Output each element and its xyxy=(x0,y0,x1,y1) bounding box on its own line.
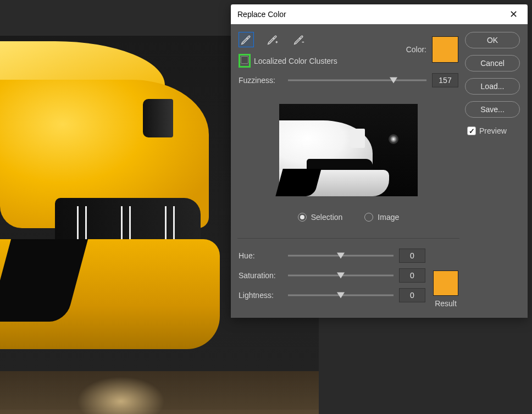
color-label: Color: xyxy=(406,45,426,54)
radio-selection[interactable]: Selection xyxy=(298,213,343,222)
radio-dot-icon xyxy=(364,213,373,222)
car-mirror xyxy=(143,99,173,137)
saturation-label: Saturation: xyxy=(239,271,282,280)
divider xyxy=(237,238,459,239)
radio-image-label: Image xyxy=(378,213,399,222)
eyedropper-add-icon[interactable] xyxy=(265,32,280,47)
lightness-slider[interactable] xyxy=(288,290,394,301)
fuzziness-slider[interactable] xyxy=(288,75,426,86)
saturation-slider[interactable] xyxy=(288,270,394,281)
eyedropper-icon[interactable] xyxy=(239,32,254,47)
preview-label: Preview xyxy=(479,126,507,135)
fuzziness-value[interactable] xyxy=(432,73,458,87)
localized-clusters-label: Localized Color Clusters xyxy=(254,57,337,65)
hue-label: Hue: xyxy=(239,251,282,260)
fuzziness-label: Fuzziness: xyxy=(239,76,282,85)
cancel-button[interactable]: Cancel xyxy=(465,55,520,71)
floor-reflection xyxy=(0,371,319,414)
eyedropper-subtract-icon[interactable] xyxy=(291,32,307,47)
ok-button[interactable]: OK xyxy=(465,32,520,48)
radio-selection-label: Selection xyxy=(311,213,343,222)
saturation-value[interactable] xyxy=(399,268,425,283)
preview-checkbox[interactable] xyxy=(467,126,476,135)
save-button[interactable]: Save... xyxy=(465,101,520,118)
hue-value[interactable] xyxy=(399,249,425,263)
result-swatch[interactable] xyxy=(433,271,458,296)
color-swatch[interactable] xyxy=(432,36,458,63)
dialog-titlebar[interactable]: Replace Color ✕ xyxy=(231,4,528,24)
lightness-value[interactable] xyxy=(399,288,425,302)
hue-slider[interactable] xyxy=(288,250,394,261)
selection-preview xyxy=(279,104,418,196)
dialog-title: Replace Color xyxy=(237,10,286,19)
result-label: Result xyxy=(435,299,457,308)
lightness-label: Lightness: xyxy=(239,291,282,300)
close-icon[interactable]: ✕ xyxy=(506,7,521,21)
replace-color-dialog: Replace Color ✕ xyxy=(231,4,528,318)
highlight-outline xyxy=(239,54,251,68)
load-button[interactable]: Load... xyxy=(465,78,520,95)
radio-dot-icon xyxy=(298,213,307,222)
radio-image[interactable]: Image xyxy=(364,213,399,222)
localized-clusters-checkbox[interactable] xyxy=(241,56,248,64)
